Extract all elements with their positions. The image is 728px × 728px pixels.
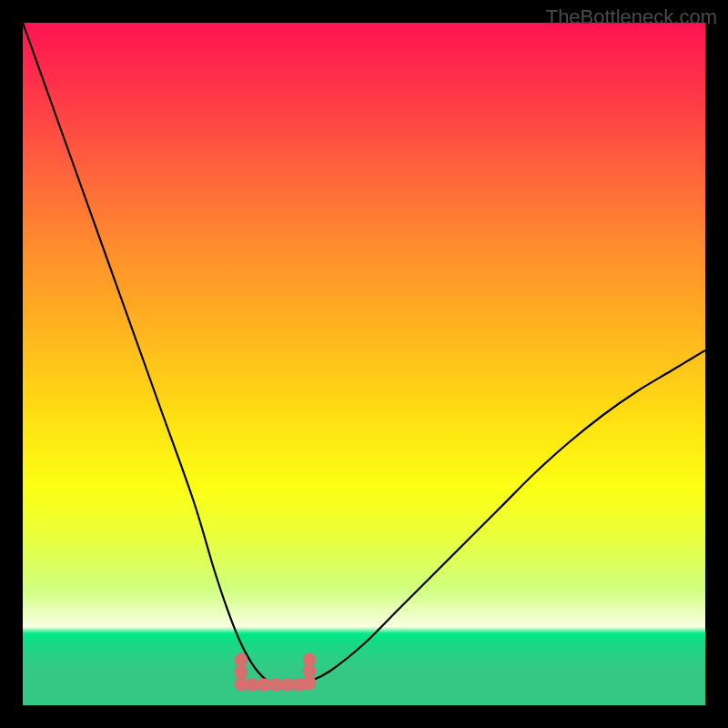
chart-svg — [23, 23, 705, 705]
bottleneck-curve — [23, 23, 705, 685]
watermark-text: TheBottleneck.com — [546, 5, 717, 29]
plot-area — [23, 23, 705, 705]
